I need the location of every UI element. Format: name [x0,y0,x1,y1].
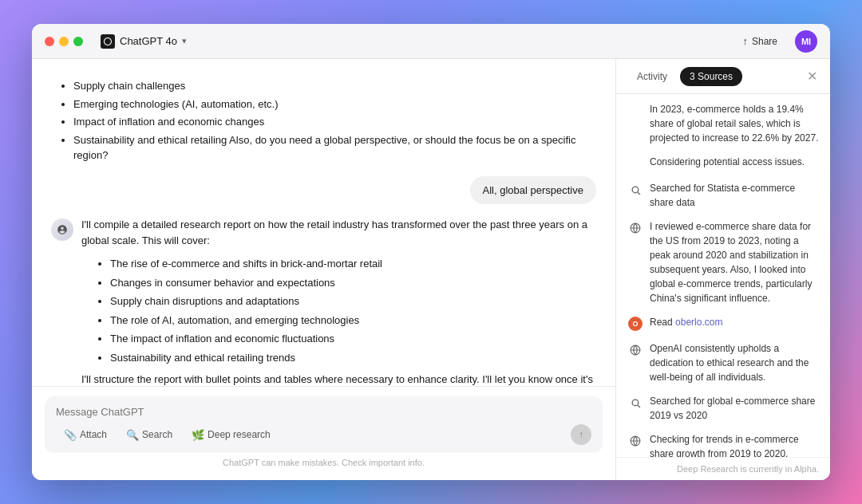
list-item: Impact of inflation and economic changes [73,114,596,130]
activity-item: Searched for Statista e-commerce share d… [627,181,819,210]
activity-item-text: Read oberlo.com [650,315,819,329]
app-window: ChatGPT 4o ▾ ↑ Share MI Supply chain cha… [32,24,830,480]
svg-point-0 [632,187,639,193]
svg-line-5 [637,404,639,407]
disclaimer-text: ChatGPT can make mistakes. Check importa… [45,453,603,469]
chat-input-box[interactable]: 📎 Attach 🔍 Search 🌿 Deep research ↑ [45,396,603,453]
send-icon: ↑ [579,429,583,440]
search-label: Search [142,429,172,440]
chat-messages: Supply chain challenges Emerging technol… [32,59,615,386]
minimize-traffic-light[interactable] [59,37,69,46]
activity-item: Checking for trends in e-commerce share … [627,432,819,457]
svg-line-1 [637,191,639,194]
app-name-label: ChatGPT 4o [120,35,177,47]
chat-panel: Supply chain challenges Emerging technol… [32,59,616,480]
user-bubble-text: All, global perspective [470,176,596,204]
right-panel-header: Activity 3 Sources ✕ [616,59,830,94]
right-panel-footer: Deep Research is currently in Alpha. [616,457,830,480]
search-icon: 🔍 [126,429,139,441]
chat-input-field[interactable] [56,406,591,418]
titlebar: ChatGPT 4o ▾ ↑ Share MI [32,24,830,59]
activity-item-text: I reviewed e-commerce share data for the… [650,219,819,305]
share-icon: ↑ [742,35,748,47]
titlebar-left: ChatGPT 4o ▾ [45,34,734,49]
activity-item-text: Searched for global e-commerce share 201… [650,394,819,423]
share-button[interactable]: ↑ Share [734,32,785,50]
activity-item-text: Checking for trends in e-commerce share … [650,432,819,457]
activity-item: In 2023, e-commerce holds a 19.4% share … [627,102,819,145]
assistant-intro: I'll compile a detailed research report … [81,217,596,250]
assistant-message: I'll compile a detailed research report … [51,217,596,387]
dropdown-chevron-icon[interactable]: ▾ [182,36,187,46]
right-panel-content: In 2023, e-commerce holds a 19.4% share … [616,94,830,457]
close-traffic-light[interactable] [45,37,54,46]
assistant-avatar-icon [51,219,73,241]
close-panel-button[interactable]: ✕ [805,67,819,85]
list-item: Supply chain challenges [73,78,596,94]
activity-item-text: In 2023, e-commerce holds a 19.4% share … [650,102,819,145]
tab-activity[interactable]: Activity [627,67,677,86]
chat-input-actions: 📎 Attach 🔍 Search 🌿 Deep research ↑ [56,424,591,445]
send-button[interactable]: ↑ [571,424,591,445]
traffic-lights [45,37,83,46]
list-item: Supply chain disruptions and adaptations [110,293,596,309]
activity-item: OpenAI consistently upholds a dedication… [627,341,819,384]
assistant-text-content: I'll compile a detailed research report … [81,217,596,387]
globe-activity-icon [627,342,643,358]
chat-input-area: 📎 Attach 🔍 Search 🌿 Deep research ↑ [32,386,615,480]
user-message: All, global perspective [51,176,596,204]
globe-activity-icon [627,433,643,449]
oberlo-activity-icon: O [627,316,643,332]
activity-item-icon [627,103,643,119]
activity-item: I reviewed e-commerce share data for the… [627,219,819,305]
search-button[interactable]: 🔍 Search [118,426,180,444]
deep-research-button[interactable]: 🌿 Deep research [184,426,279,444]
titlebar-right: ↑ Share MI [734,30,817,53]
assistant-outro: I'll structure the report with bullet po… [81,372,596,386]
activity-item: Considering potential access issues. [627,155,819,171]
list-item: Emerging technologies (AI, automation, e… [73,96,596,112]
content-area: Supply chain challenges Emerging technol… [32,59,830,480]
attach-label: Attach [80,429,107,440]
list-item: Sustainability and ethical retailing Als… [73,132,596,163]
oberlo-link[interactable]: oberlo.com [675,317,722,328]
right-panel-tabs: Activity 3 Sources [627,67,742,86]
initial-bullets: Supply chain challenges Emerging technol… [51,78,596,163]
search-activity-icon [627,182,643,198]
attach-button[interactable]: 📎 Attach [56,426,115,444]
list-item: The role of AI, automation, and emerging… [110,313,596,329]
search-activity-icon [627,395,643,411]
list-item: Changes in consumer behavior and expecta… [110,275,596,291]
app-title: ChatGPT 4o ▾ [101,34,187,49]
activity-item-icon [627,156,643,171]
oberlo-logo-icon: O [628,317,643,331]
activity-item: O Read oberlo.com [627,315,819,332]
attach-icon: 📎 [64,429,77,441]
activity-item-text: Considering potential access issues. [650,155,819,169]
user-avatar[interactable]: MI [795,30,817,53]
activity-item-text: Searched for Statista e-commerce share d… [650,181,819,210]
list-item: Sustainability and ethical retailing tre… [110,350,596,366]
activity-item: Searched for global e-commerce share 201… [627,394,819,423]
list-item: The rise of e-commerce and shifts in bri… [110,256,596,272]
maximize-traffic-light[interactable] [73,37,83,46]
deep-research-label: Deep research [208,429,271,440]
activity-item-text: OpenAI consistently upholds a dedication… [650,341,819,384]
assistant-bullet-list: The rise of e-commerce and shifts in bri… [94,256,596,365]
tab-sources[interactable]: 3 Sources [680,67,742,86]
chatgpt-logo-icon [101,34,115,49]
globe-activity-icon [627,220,643,236]
topic-list-initial: Supply chain challenges Emerging technol… [57,78,596,163]
research-icon: 🌿 [192,429,204,441]
right-panel: Activity 3 Sources ✕ In 2023, e-commerce… [616,59,830,480]
svg-point-4 [632,400,639,406]
list-item: The impact of inflation and economic flu… [110,331,596,347]
share-label: Share [752,36,777,47]
